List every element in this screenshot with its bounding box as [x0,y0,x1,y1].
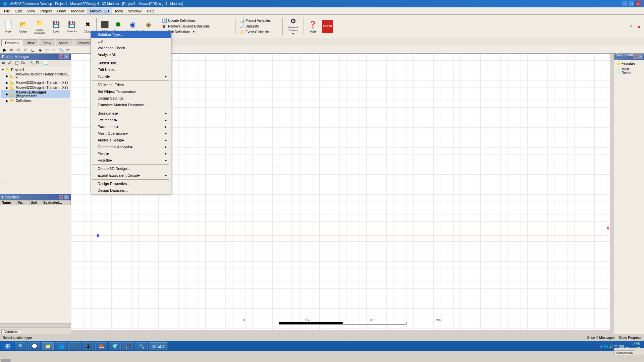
datasets-button[interactable]: 📈 Datasets [238,24,279,29]
remove-unused-definitions-button[interactable]: 🗑 Remove Unused Definitions [161,24,232,29]
help-button[interactable]: ❓ Help [306,17,320,36]
tb2-btn-4[interactable]: ⊙ [22,47,29,53]
menu-edit-notes[interactable]: Edit Notes... [91,66,171,73]
tree-toolbar-btn-3[interactable]: 📋 [13,60,20,65]
menu-analysis-setup[interactable]: Analysis Setup ▶ [91,137,171,143]
menu-boundaries[interactable]: Boundaries ▶ [91,110,171,117]
task-btn-9[interactable]: 🏴 [122,342,134,350]
tb2-btn-3[interactable]: ⊖ [15,47,22,53]
tb2-btn-6[interactable]: ◈ [37,47,43,53]
tab-model[interactable]: Model [56,39,73,46]
context-help-button[interactable]: ? [627,23,635,30]
tree-toolbar-btn-5[interactable]: 📃 [42,60,49,65]
tree-item-design2[interactable]: ▶ 📐 Maxwell2DDesign2 (Transient, XY) [1,80,70,85]
tb2-btn-1[interactable]: ▶ [1,47,8,53]
menu-submit-job[interactable]: Submit Job... [91,60,171,66]
comp-recent[interactable]: 🕒 Most Recen... [615,67,643,75]
tree-item-design3[interactable]: ▶ 📐 Maxwell2DDesign3 (Transient, XY) [1,85,70,90]
menu-maxwell2d[interactable]: Maxwell 2D [87,8,112,14]
props-close-button[interactable]: ✕ [64,195,69,199]
tab-desktop[interactable]: Desktop [1,39,22,46]
menu-edit[interactable]: Edit [13,8,24,14]
task-btn-4[interactable]: 🌐 [55,342,67,350]
tree-item-design4[interactable]: ▶ 📐 Maxwell2DDesign4 (Magnetostat... [1,90,70,98]
tab-components[interactable]: Components [614,350,635,355]
new-button[interactable]: 📄 New [1,17,15,36]
menu-set-object-temperature[interactable]: Set Object Temperature... [91,88,171,95]
show-progress-button[interactable]: Show Progress [619,336,641,340]
tb2-btn-10[interactable]: ✂ [65,47,71,53]
menu-design-settings[interactable]: Design Settings... [91,95,171,102]
event-callbacks-button[interactable]: ⚡ Event Callbacks [238,29,279,35]
menu-help[interactable]: Help [144,8,157,14]
menu-optimetrics[interactable]: Optimetrics Analysis ▶ [91,143,171,150]
menu-fields[interactable]: Fields ▶ [91,150,171,157]
panel-close-button[interactable]: ✕ [64,54,69,59]
menu-validation-check[interactable]: Validation Check... [91,45,171,51]
close-button[interactable]: ✕ [635,1,641,6]
task-btn-10[interactable]: 🔧 [136,342,148,350]
canvas-right-scrollbar[interactable] [610,54,614,334]
props-pin-button[interactable]: 📌 [59,195,63,199]
tb2-btn-9[interactable]: 🔍 [58,47,64,53]
menu-translate-material[interactable]: Translate Material Database ... [91,102,171,108]
task-btn-3[interactable]: 📁 [42,342,54,350]
save-button[interactable]: 💾 Save [49,17,63,36]
edit-definitions-button[interactable]: ✏ Edit Definitions ▼ [161,29,232,35]
task-btn-2[interactable]: 💬 [28,342,40,350]
menu-modeler[interactable]: Modeler [68,8,87,14]
comp-panel-pin-button[interactable]: 📌 [633,54,638,59]
menu-tools[interactable]: Tools [112,8,126,14]
general-options-button[interactable]: ⚙ General Options ▼ [284,17,302,36]
tb2-btn-7[interactable]: ↩ [44,47,50,53]
tab-draw[interactable]: Draw [39,39,55,46]
menu-toolkit[interactable]: Toolkit ▶ [91,73,171,80]
systray-arrow[interactable]: ∧ [600,345,602,348]
tree-item-design1[interactable]: ▶ 📐 Maxwell2DDesign1 (Magnetostatic, X..… [1,72,70,80]
save-as-button[interactable]: 💾 Save As [64,17,80,36]
comp-favorites[interactable]: ⭐ Favorites [615,61,643,66]
menu-excitations[interactable]: Excitations ▶ [91,117,171,123]
menu-file[interactable]: File [1,8,13,14]
menu-mesh-operations[interactable]: Mesh Operations ▶ [91,130,171,137]
tree-toolbar-btn-4[interactable]: 🔧 [29,60,35,65]
project-variables-button[interactable]: 📊 Project Variables [238,18,279,23]
tree-item-project1[interactable]: ▼ 📁 Project1 [1,67,70,72]
maximize-button[interactable]: □ [629,1,635,6]
menu-design-datasets[interactable]: Design Datasets... [91,187,171,194]
update-definitions-button[interactable]: 🔄 Update Definitions [161,18,232,23]
task-edt-button[interactable]: ⚙ EDT [149,342,167,350]
minimize-button[interactable]: ─ [622,1,628,6]
menu-create-3d-design[interactable]: Create 3D Design... [91,165,171,172]
task-btn-1[interactable]: 🔍 [15,342,27,350]
tree-toolbar-btn-1[interactable]: ⊞ [1,60,6,65]
task-btn-8[interactable]: 🌍 [109,342,121,350]
menu-parameters[interactable]: Parameters ▶ [91,123,171,130]
task-btn-7[interactable]: 🦊 [95,342,107,350]
start-button[interactable]: ⊞ [1,342,13,350]
show-messages-button[interactable]: Show 0 Messages [587,336,614,340]
menu-solution-type[interactable]: Solution Type... [91,31,171,38]
task-btn-6[interactable]: 📱 [82,342,94,350]
menu-export-equiv-circuit[interactable]: Export Equivalent Circuit ▶ [91,172,171,179]
menu-project[interactable]: Project [38,8,54,14]
menu-3d-model-editor[interactable]: 3D Model Editor [91,81,171,88]
tab-variables[interactable]: Variables [1,329,21,334]
tree-item-definitions[interactable]: ▶ 📂 Definitions [1,98,70,103]
panel-pin-button[interactable]: 📌 [59,54,63,59]
tb2-btn-2[interactable]: ⊕ [8,47,15,53]
menu-view[interactable]: View [24,8,38,14]
tab-view[interactable]: View [23,39,38,46]
tb2-btn-5[interactable]: ◻ [30,47,36,53]
menu-window[interactable]: Window [126,8,144,14]
menu-analyze-all[interactable]: Analyze All [91,51,171,58]
menu-list[interactable]: List... [91,38,171,45]
tree-toolbar-btn-2[interactable]: 🖊 [7,60,13,65]
open-examples-button[interactable]: 📁 Open Examples [31,17,48,36]
menu-design-properties[interactable]: Design Properties... [91,180,171,187]
tb2-btn-8[interactable]: ↪ [51,47,57,53]
ansys-mark-button[interactable]: ▲ [635,23,643,30]
canvas-bottom-scrollbar[interactable] [71,330,610,334]
ansys-button[interactable]: ANSYS [320,17,334,36]
task-btn-5[interactable]: 🎵 [68,342,80,350]
